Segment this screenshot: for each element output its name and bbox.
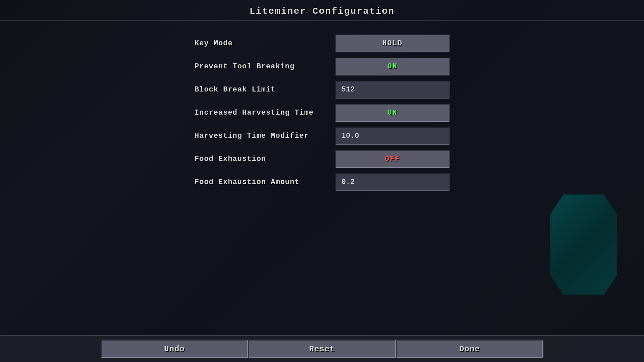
config-row-prevent-tool-breaking: Prevent Tool Breaking ON [195,58,449,75]
config-row-harvesting-time-modifier: Harvesting Time Modifier [195,127,449,145]
toggle-prevent-tool-breaking[interactable]: ON [335,58,449,75]
toggle-key-mode[interactable]: HOLD [335,35,449,52]
label-key-mode: Key Mode [195,39,335,48]
control-block-break-limit [335,81,449,99]
label-food-exhaustion: Food Exhaustion [195,155,335,163]
input-block-break-limit[interactable] [335,81,449,99]
window-title: Liteminer Configuration [250,6,394,16]
label-prevent-tool-breaking: Prevent Tool Breaking [195,62,335,71]
config-row-food-exhaustion-amount: Food Exhaustion Amount [195,173,449,191]
title-bar: Liteminer Configuration [0,0,644,21]
config-row-key-mode: Key Mode HOLD [195,35,449,52]
reset-button[interactable]: Reset [248,340,396,358]
label-block-break-limit: Block Break Limit [195,85,335,94]
bottom-bar: Undo Reset Done [0,335,644,362]
label-increased-harvesting-time: Increased Harvesting Time [195,109,335,117]
config-row-food-exhaustion: Food Exhaustion OFF [195,150,449,168]
undo-button[interactable]: Undo [101,340,248,358]
control-harvesting-time-modifier [335,127,449,145]
input-harvesting-time-modifier[interactable] [335,127,449,145]
input-food-exhaustion-amount[interactable] [335,173,449,191]
config-row-increased-harvesting-time: Increased Harvesting Time ON [195,104,449,122]
toggle-food-exhaustion[interactable]: OFF [335,150,449,168]
config-panel: Key Mode HOLD Prevent Tool Breaking ON B… [0,21,644,335]
config-row-block-break-limit: Block Break Limit [195,81,449,99]
done-button[interactable]: Done [396,340,543,358]
main-container: Liteminer Configuration Key Mode HOLD Pr… [0,0,644,362]
label-harvesting-time-modifier: Harvesting Time Modifier [195,132,335,140]
label-food-exhaustion-amount: Food Exhaustion Amount [195,178,335,186]
control-food-exhaustion-amount [335,173,449,191]
control-increased-harvesting-time: ON [335,104,449,122]
control-key-mode: HOLD [335,35,449,52]
toggle-increased-harvesting-time[interactable]: ON [335,104,449,122]
control-prevent-tool-breaking: ON [335,58,449,75]
control-food-exhaustion: OFF [335,150,449,168]
